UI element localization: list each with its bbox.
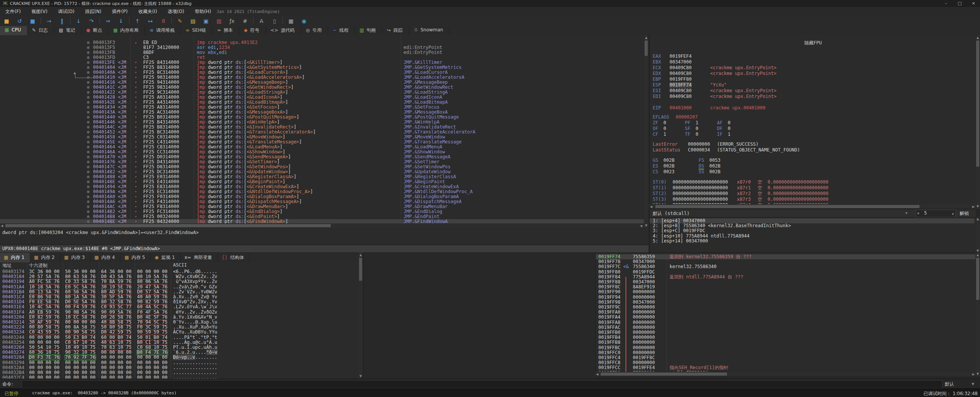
dump-row[interactable]: 0040329400 00 00 0000 00 00 0000 00 00 0… xyxy=(0,360,363,365)
hash-icon[interactable]: # xyxy=(240,17,250,25)
scroll-right-icon[interactable]: ▶ xyxy=(972,205,975,208)
menu-item-o[interactable]: 选项(O) xyxy=(162,7,189,16)
tab-线程[interactable]: ~线程 xyxy=(328,26,355,36)
memory-dump-view[interactable]: 地址 十六进制 ASCII 004031743C 36 00 0050 36 0… xyxy=(0,262,363,379)
calculator-icon[interactable]: ▦ xyxy=(286,17,296,25)
stack-row[interactable]: 0019FFB800000000 xyxy=(596,340,976,345)
scroll-up-icon[interactable]: ▲ xyxy=(975,253,980,257)
stack-row[interactable]: 0019FF7475586359返回到 kernel32.75586359 自 … xyxy=(596,254,976,259)
breakpoint-dot[interactable] xyxy=(87,86,90,89)
stack-row[interactable]: 0019FFCC0019FFE4指向SEH_Record[1]的指针 xyxy=(596,365,976,370)
globe-icon[interactable]: ◉ xyxy=(299,17,309,25)
tab-断点[interactable]: ●断点 xyxy=(82,26,108,36)
run-icon[interactable]: → xyxy=(44,17,54,25)
breakpoint-dot[interactable] xyxy=(87,215,90,218)
dump-row[interactable]: 0040321430 AF 59 7600 00 00 0040 8B 58 7… xyxy=(0,320,363,325)
run-to-user-icon[interactable]: ⇒ xyxy=(103,17,113,25)
open-file-icon[interactable]: ■ xyxy=(2,17,11,25)
breakpoint-dot[interactable] xyxy=(87,96,90,99)
memory-map-icon[interactable]: ▨ xyxy=(214,17,224,25)
scroll-left-icon[interactable]: ◀ xyxy=(596,373,598,376)
patches-icon[interactable]: 8 xyxy=(158,17,168,25)
scroll-up-icon[interactable]: ▲ xyxy=(975,217,980,221)
arguments-vscrollbar[interactable]: ▲ ▼ xyxy=(975,217,980,252)
dump-row[interactable]: 004032B400 00 00 0000 00 00 0000 00 00 0… xyxy=(0,370,363,375)
tab-引用[interactable]: ◎引用 xyxy=(301,26,328,36)
stack-row[interactable]: 0019FF8800347000 xyxy=(596,280,976,285)
dump-row[interactable]: 0040327460 36 10 7590 32 10 7500 00 00 0… xyxy=(0,350,363,355)
dump-row[interactable]: 0040325400 00 00 00C0 67 10 7540 63 10 7… xyxy=(0,340,363,345)
dump-row[interactable]: 004031743C 36 00 0050 36 00 0064 36 00 0… xyxy=(0,269,363,274)
dump-row[interactable]: 00403204E0 82 59 7610 EC 58 76D0 26 58 7… xyxy=(0,315,363,320)
breakpoint-dot[interactable] xyxy=(87,76,90,79)
disasm-row[interactable]: 004014BE <JM▾FF25 04324000jmp dword ptr … xyxy=(0,219,644,223)
menu-item-f[interactable]: 文件(F) xyxy=(0,7,26,16)
fx-icon[interactable]: ƒx xyxy=(227,17,237,25)
scroll-up-icon[interactable]: ▲ xyxy=(644,36,648,39)
disassembly-view[interactable]: ▲ 004013F3▴EB EDjmp crackme upx.4013E200… xyxy=(0,35,644,223)
breakpoint-dot[interactable] xyxy=(87,51,90,54)
stack-row[interactable]: 0019FF7800347000 xyxy=(596,259,976,264)
breakpoint-dot[interactable] xyxy=(87,116,90,119)
tab-句柄[interactable]: ▥句柄 xyxy=(355,26,382,36)
registers-vscrollbar[interactable]: ▲ ▼ xyxy=(975,35,980,209)
tab-笔记[interactable]: ▤笔记 xyxy=(54,26,82,36)
argument-row[interactable]: 4: [esp+10] 775A8944 ntdll.775A8944 xyxy=(650,234,974,239)
breakpoint-dot[interactable] xyxy=(87,151,90,153)
scroll-right-icon[interactable]: ▶ xyxy=(972,373,975,376)
dump-row[interactable]: 00403234C0 43 59 7500 90 58 75D0 42 59 7… xyxy=(0,330,363,335)
disasm-hscrollbar[interactable]: ◀ ▶ xyxy=(0,223,644,228)
stack-row[interactable]: 0019FF84775A8944返回到 ntdll.775A8944 自 ??? xyxy=(596,275,976,280)
breakpoint-dot[interactable] xyxy=(87,205,90,208)
step-into-icon[interactable]: ↓ xyxy=(74,17,83,25)
scroll-up-icon[interactable]: ▲ xyxy=(358,253,363,257)
stack-row[interactable]: 0019FF8C8A8EF919 xyxy=(596,285,976,290)
chevron-down-icon[interactable]: ▼ xyxy=(905,211,907,215)
dump-row[interactable]: 0040324400 00 00 0050 E3 B0 7460 00 B0 7… xyxy=(0,335,363,340)
menu-item-d[interactable]: 调试(D) xyxy=(53,7,80,16)
preferences-icon[interactable]: ▯ xyxy=(270,17,279,25)
dump-row[interactable]: 004031C4E0 86 58 7680 1A 5A 7630 5F 5A 7… xyxy=(0,294,363,299)
stack-row[interactable]: 0019FF9000000000 xyxy=(596,290,976,294)
pause-icon[interactable]: ‖ xyxy=(57,17,67,25)
scroll-down-icon[interactable]: ▼ xyxy=(975,249,980,252)
stack-row[interactable]: 0019FFC800000000 xyxy=(596,360,976,365)
minimize-button[interactable]: – xyxy=(939,0,952,7)
close-button[interactable]: × xyxy=(967,0,980,7)
tab-脚本[interactable]: ≈脚本 xyxy=(212,26,239,36)
breakpoint-dot[interactable] xyxy=(87,66,90,69)
stack-hscrollbar[interactable]: ◀ ▶ xyxy=(595,372,975,376)
dump-row[interactable]: 004031A410 18 5A 76E0 5C 5A 7630 19 5E 7… xyxy=(0,285,363,290)
stack-row[interactable]: 0019FFBC00000000 xyxy=(596,345,976,350)
stack-row[interactable]: 0019FF9400000000 xyxy=(596,295,976,300)
scroll-up-icon[interactable]: ▲ xyxy=(975,36,980,39)
dump-row[interactable]: 00403284D0 F3 7E 7670 92 7F 7600 00 00 0… xyxy=(0,355,363,360)
breakpoint-dot[interactable] xyxy=(87,91,90,94)
stack-row[interactable]: 0019FF9C00000000 xyxy=(596,305,976,310)
unlock-button[interactable]: 解锁 xyxy=(960,210,969,217)
spinner-down-icon[interactable]: ▼ xyxy=(917,212,919,215)
comment-icon[interactable]: ✎ xyxy=(175,17,185,25)
dump-row[interactable]: 004032A400 00 00 0000 00 00 0000 00 00 0… xyxy=(0,365,363,370)
dump-row[interactable]: 004032C400 00 00 0000 00 00 0000 00 00 0… xyxy=(0,375,363,379)
breakpoint-dot[interactable] xyxy=(87,121,90,124)
scroll-thumb[interactable] xyxy=(601,373,727,376)
dump-vscrollbar[interactable]: ▲ ▼ xyxy=(358,252,363,379)
breakpoint-dot[interactable] xyxy=(87,141,90,143)
stack-row[interactable]: 0019FFD0775BB130ntdll.775BB130 xyxy=(596,371,976,371)
font-icon[interactable]: A xyxy=(256,17,266,25)
execute-till-return-icon[interactable]: ↦ xyxy=(145,17,155,25)
breakpoint-dot[interactable] xyxy=(87,190,90,193)
stack-vscrollbar[interactable]: ▲ ▼ xyxy=(975,252,980,376)
menu-item-p[interactable]: 插件(P) xyxy=(107,7,133,16)
scroll-thumb[interactable] xyxy=(976,258,979,300)
breakpoint-dot[interactable] xyxy=(87,181,90,183)
breakpoint-dot[interactable] xyxy=(87,106,90,109)
breakpoint-dot[interactable] xyxy=(87,111,90,114)
stack-row[interactable]: 0019FFB400000000 xyxy=(596,335,976,340)
argument-row[interactable]: 3: [esp+C] 0019FFDC xyxy=(650,228,974,233)
scroll-thumb[interactable] xyxy=(645,41,648,56)
command-profile-select[interactable]: 默认 xyxy=(945,381,954,387)
scroll-thumb[interactable] xyxy=(359,258,362,281)
maximize-button[interactable]: □ xyxy=(953,0,966,7)
